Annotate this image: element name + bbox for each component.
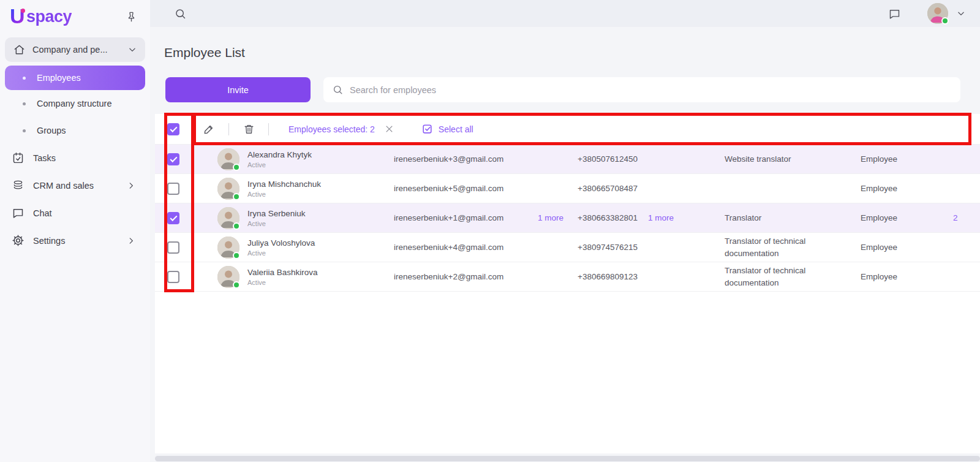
logo-dot: [21, 9, 25, 13]
row-checkbox[interactable]: [167, 212, 179, 224]
employee-name[interactable]: Juliya Voloshylova: [247, 238, 315, 248]
employee-phone: +380663382801: [578, 213, 648, 222]
employee-email: ireneserbeniuk+5@gmail.com: [394, 184, 538, 193]
employee-search[interactable]: [323, 77, 960, 102]
workspace-label: Company and pe...: [32, 45, 121, 55]
table-body: Alexandra Khytyk Active ireneserbeniuk+3…: [155, 145, 980, 292]
table-row[interactable]: Valeriia Bashkirova Active ireneserbeniu…: [155, 262, 980, 292]
chat-icon: [12, 206, 24, 219]
bullet-icon: [23, 129, 26, 132]
sidebar-item-tasks[interactable]: Tasks: [5, 144, 145, 172]
selection-toolbar: Employees selected: 2 Select all: [155, 114, 980, 145]
selected-count-text: Employees selected: 2: [288, 124, 375, 134]
invite-button[interactable]: Invite: [165, 77, 311, 102]
tasks-icon: [12, 151, 24, 164]
employee-role: Employee: [856, 243, 948, 252]
chevron-right-icon: [127, 181, 135, 190]
uspacy-logo[interactable]: U spacy: [10, 7, 72, 26]
home-icon: [13, 44, 25, 56]
avatar: [217, 207, 239, 229]
search-input[interactable]: [350, 85, 952, 95]
divider: [228, 123, 229, 135]
bullet-icon: [23, 77, 26, 80]
row-checkbox[interactable]: [167, 271, 179, 283]
employee-email: ireneserbeniuk+2@gmail.com: [394, 272, 538, 281]
employee-role: Employee: [856, 184, 948, 193]
user-avatar[interactable]: [927, 3, 948, 24]
online-status-dot: [233, 193, 240, 200]
crm-icon: [12, 179, 24, 192]
employee-phone: +380669809123: [578, 272, 648, 281]
online-status-dot: [233, 252, 240, 259]
phone-more-link[interactable]: 1 more: [648, 213, 722, 222]
online-status-dot: [233, 281, 240, 289]
employee-position: Translator: [722, 212, 856, 224]
sidebar-item-chat[interactable]: Chat: [5, 199, 145, 227]
employee-name[interactable]: Alexandra Khytyk: [247, 150, 312, 159]
workspace-switcher[interactable]: Company and pe...: [5, 37, 145, 62]
sidebar: U spacy Company and pe... Employees Comp…: [0, 0, 150, 462]
topbar: [150, 0, 980, 27]
logo-text: spacy: [26, 7, 72, 26]
row-checkbox[interactable]: [167, 183, 179, 195]
employee-status: Active: [247, 161, 312, 169]
online-status-dot: [941, 17, 949, 25]
close-icon: [385, 124, 394, 134]
bullet-icon: [23, 102, 26, 105]
employee-table: Employees selected: 2 Select all Alexa: [155, 114, 980, 453]
employee-name[interactable]: Iryna Serbeniuk: [247, 209, 306, 218]
chevron-down-icon: [128, 45, 137, 54]
table-row[interactable]: Alexandra Khytyk Active ireneserbeniuk+3…: [155, 145, 980, 174]
page-title: Employee List: [164, 45, 245, 60]
clear-selection-button[interactable]: [382, 122, 397, 137]
employee-name[interactable]: Iryna Mishchanchuk: [247, 180, 321, 189]
employee-position: Translator of technical documentation: [722, 235, 856, 259]
sidebar-item-label: Employees: [37, 73, 81, 83]
pin-icon[interactable]: [123, 9, 139, 25]
sidebar-item-groups[interactable]: Groups: [5, 117, 145, 144]
settings-icon: [12, 234, 24, 247]
sidebar-item-settings[interactable]: Settings: [5, 227, 145, 254]
chevron-down-icon[interactable]: [956, 5, 967, 22]
sidebar-item-label: Settings: [33, 236, 118, 246]
select-all-checkbox-icon: [421, 123, 433, 135]
chat-icon[interactable]: [886, 5, 903, 22]
sidebar-item-crm[interactable]: CRM and sales: [5, 172, 145, 199]
row-checkbox[interactable]: [167, 153, 179, 165]
employee-position: Translator of technical documentation: [722, 265, 856, 289]
employee-status: Active: [247, 191, 321, 198]
employee-name[interactable]: Valeriia Bashkirova: [247, 268, 318, 277]
employee-email: ireneserbeniuk+4@gmail.com: [394, 243, 538, 252]
trash-icon: [243, 123, 255, 135]
edit-button[interactable]: [198, 118, 220, 140]
table-row[interactable]: Iryna Serbeniuk Active ireneserbeniuk+1@…: [155, 203, 980, 233]
row-checkbox[interactable]: [167, 241, 179, 254]
divider: [268, 123, 269, 135]
table-row[interactable]: Juliya Voloshylova Active ireneserbeniuk…: [155, 233, 980, 262]
chevron-right-icon: [127, 237, 135, 245]
select-all-button[interactable]: Select all: [421, 123, 473, 135]
employee-position: Website translator: [722, 153, 856, 165]
avatar: [217, 148, 239, 170]
employee-phone: +380507612450: [578, 154, 648, 164]
search-icon: [332, 84, 344, 96]
select-all-checkbox[interactable]: [167, 123, 179, 135]
horizontal-scrollbar[interactable]: [155, 456, 980, 461]
employee-email: ireneserbeniuk+1@gmail.com: [394, 213, 538, 222]
delete-button[interactable]: [238, 118, 260, 140]
sidebar-item-label: CRM and sales: [33, 181, 118, 191]
email-more-link[interactable]: 1 more: [538, 213, 578, 222]
global-search-icon[interactable]: [172, 5, 189, 22]
table-row[interactable]: Iryna Mishchanchuk Active ireneserbeniuk…: [155, 174, 980, 203]
employee-extra-count[interactable]: 2: [948, 213, 980, 222]
employee-email: ireneserbeniuk+3@gmail.com: [394, 154, 538, 164]
sidebar-item-employees[interactable]: Employees: [5, 66, 145, 90]
employee-status: Active: [247, 220, 306, 227]
sidebar-item-company-structure[interactable]: Company structure: [5, 90, 145, 117]
employee-role: Employee: [856, 154, 948, 164]
employee-phone: +380665708487: [578, 184, 648, 193]
main-area: Employee List Invite Employees selected:…: [150, 0, 980, 462]
online-status-dot: [233, 222, 240, 230]
sidebar-item-label: Company structure: [37, 99, 112, 108]
content: Employee List Invite Employees selected:…: [150, 27, 980, 462]
